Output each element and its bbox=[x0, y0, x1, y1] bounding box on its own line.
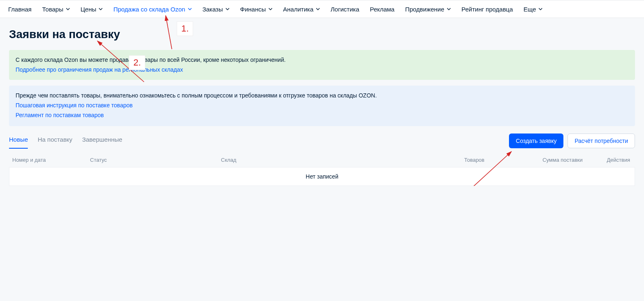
info-banner-link[interactable]: Подробнее про ограничения продаж на реги… bbox=[16, 66, 183, 75]
nav-item-label: Аналитика bbox=[283, 6, 313, 13]
nav-item-label: Еще bbox=[524, 6, 536, 13]
nav-item-9[interactable]: Продвижение bbox=[405, 6, 451, 13]
chevron-down-icon bbox=[66, 7, 70, 11]
page-content: Заявки на поставку С каждого склада Ozon… bbox=[0, 18, 644, 186]
nav-item-label: Реклама bbox=[370, 6, 394, 13]
nav-item-8[interactable]: Реклама bbox=[370, 6, 394, 13]
requests-table: Номер и дата Статус Склад Товаров Сумма … bbox=[9, 153, 635, 186]
tab-0[interactable]: Новые bbox=[9, 133, 28, 149]
nav-item-label: Рейтинг продавца bbox=[462, 6, 513, 13]
tab-1[interactable]: На поставку bbox=[38, 133, 72, 149]
info-banner-green: С каждого склада Ozon вы можете продават… bbox=[9, 50, 635, 80]
tabs: НовыеНа поставкуЗавершенные bbox=[9, 133, 122, 149]
toolbar-actions: Создать заявку Расчёт потребности bbox=[509, 134, 635, 148]
nav-item-label: Логистика bbox=[331, 6, 359, 13]
regulations-link[interactable]: Регламент по поставкам товаров bbox=[16, 111, 104, 120]
info-banner-blue: Прежде чем поставлять товары, внимательн… bbox=[9, 86, 635, 126]
nav-item-2[interactable]: Цены bbox=[81, 6, 103, 13]
chevron-down-icon bbox=[538, 7, 543, 11]
instructions-link[interactable]: Пошаговая инструкция по поставке товаров bbox=[16, 101, 133, 110]
nav-item-11[interactable]: Еще bbox=[524, 6, 543, 13]
nav-item-4[interactable]: Заказы bbox=[203, 6, 230, 13]
nav-item-10[interactable]: Рейтинг продавца bbox=[462, 6, 513, 13]
th-number-date: Номер и дата bbox=[12, 157, 90, 163]
th-sum: Сумма поставки bbox=[501, 157, 583, 163]
info-banner-text: С каждого склада Ozon вы можете продават… bbox=[16, 56, 628, 65]
nav-item-label: Продажа со склада Ozon bbox=[113, 6, 185, 13]
th-warehouse: Склад bbox=[221, 157, 352, 163]
chevron-down-icon bbox=[225, 7, 230, 11]
chevron-down-icon bbox=[188, 7, 192, 11]
page-title: Заявки на поставку bbox=[9, 28, 635, 41]
nav-item-6[interactable]: Аналитика bbox=[283, 6, 320, 13]
chevron-down-icon bbox=[268, 7, 272, 11]
nav-item-label: Заказы bbox=[203, 6, 223, 13]
th-actions: Действия bbox=[583, 157, 632, 163]
chevron-down-icon bbox=[316, 7, 320, 11]
calc-demand-button[interactable]: Расчёт потребности bbox=[567, 134, 635, 148]
th-goods: Товаров bbox=[352, 157, 501, 163]
chevron-down-icon bbox=[447, 7, 451, 11]
nav-item-0[interactable]: Главная bbox=[8, 6, 32, 13]
nav-item-3[interactable]: Продажа со склада Ozon bbox=[113, 6, 191, 13]
nav-item-label: Финансы bbox=[240, 6, 266, 13]
table-header: Номер и дата Статус Склад Товаров Сумма … bbox=[9, 153, 635, 167]
top-nav: ГлавнаяТоварыЦеныПродажа со склада OzonЗ… bbox=[0, 0, 644, 18]
table-empty-message: Нет записей bbox=[9, 167, 635, 186]
nav-item-label: Товары bbox=[42, 6, 63, 13]
chevron-down-icon bbox=[99, 7, 103, 11]
nav-item-5[interactable]: Финансы bbox=[240, 6, 272, 13]
th-status: Статус bbox=[90, 157, 221, 163]
tab-2[interactable]: Завершенные bbox=[82, 133, 122, 149]
toolbar: НовыеНа поставкуЗавершенные Создать заяв… bbox=[9, 133, 635, 149]
nav-item-7[interactable]: Логистика bbox=[331, 6, 359, 13]
info-banner-text: Прежде чем поставлять товары, внимательн… bbox=[16, 91, 628, 100]
nav-item-1[interactable]: Товары bbox=[42, 6, 70, 13]
nav-item-label: Продвижение bbox=[405, 6, 444, 13]
create-request-button[interactable]: Создать заявку bbox=[509, 134, 564, 148]
nav-item-label: Главная bbox=[8, 6, 32, 13]
nav-item-label: Цены bbox=[81, 6, 97, 13]
